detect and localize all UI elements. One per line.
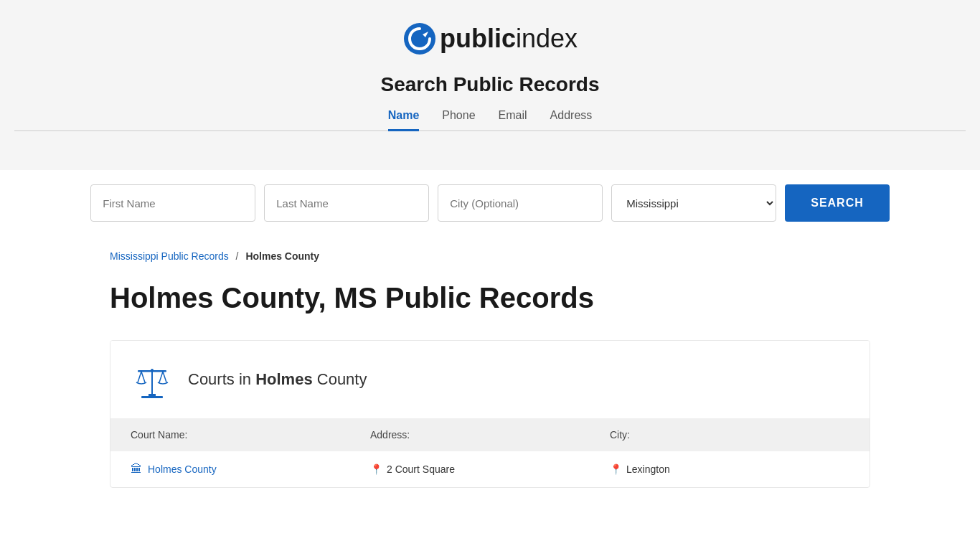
logo-text-index: index <box>516 24 578 54</box>
courts-title-prefix: Courts in <box>188 370 255 388</box>
search-title: Search Public Records <box>14 73 966 96</box>
court-name-link[interactable]: Holmes County <box>148 463 217 475</box>
svg-line-8 <box>163 372 166 382</box>
courts-header: Courts in Holmes County <box>110 341 870 419</box>
svg-rect-2 <box>141 396 163 398</box>
logo-text-public: public <box>440 24 516 54</box>
tab-name[interactable]: Name <box>388 109 420 131</box>
publicindex-logo-icon <box>402 22 437 56</box>
svg-rect-1 <box>149 394 156 396</box>
table-header-row: Court Name: Address: City: <box>110 419 870 451</box>
svg-rect-3 <box>151 371 153 394</box>
svg-line-7 <box>159 372 163 382</box>
search-inputs-row: AlabamaAlaskaArizonaArkansasCaliforniaCo… <box>0 170 980 236</box>
court-city: Lexington <box>626 463 670 475</box>
location-icon: 📍 <box>370 463 382 475</box>
courts-table: Court Name: Address: City: 🏛 Holmes Coun… <box>110 419 870 487</box>
first-name-input[interactable] <box>90 184 255 222</box>
court-address: 2 Court Square <box>387 463 455 475</box>
breadcrumb-current: Holmes County <box>245 250 319 262</box>
breadcrumb-separator: / <box>236 250 239 262</box>
tab-address[interactable]: Address <box>550 109 593 131</box>
breadcrumb: Mississippi Public Records / Holmes Coun… <box>110 250 870 262</box>
search-tabs: Name Phone Email Address <box>14 109 966 131</box>
address-cell: 📍 2 Court Square <box>370 463 610 475</box>
col-header-address: Address: <box>370 429 610 441</box>
city-location-icon: 📍 <box>610 463 622 475</box>
courts-title-bold: Holmes <box>255 370 312 388</box>
col-header-city: City: <box>610 429 849 441</box>
svg-line-6 <box>141 372 145 382</box>
svg-point-9 <box>151 369 154 372</box>
breadcrumb-parent-link[interactable]: Mississippi Public Records <box>110 250 229 262</box>
search-button[interactable]: SEARCH <box>785 184 890 222</box>
main-content: Mississippi Public Records / Holmes Coun… <box>67 236 913 517</box>
courts-scales-icon <box>131 358 174 401</box>
tab-phone[interactable]: Phone <box>442 109 475 131</box>
courts-title: Courts in Holmes County <box>188 370 367 389</box>
tab-email[interactable]: Email <box>499 109 527 131</box>
header-section: publicindex Search Public Records Name P… <box>0 0 980 170</box>
table-row: 🏛 Holmes County 📍 2 Court Square 📍 Lexin… <box>110 451 870 487</box>
city-input[interactable] <box>438 184 603 222</box>
courts-title-suffix: County <box>313 370 367 388</box>
logo-container: publicindex <box>14 22 966 56</box>
court-name-cell: 🏛 Holmes County <box>131 463 370 476</box>
courts-section: Courts in Holmes County Court Name: Addr… <box>110 340 870 488</box>
svg-line-5 <box>138 372 141 382</box>
city-cell: 📍 Lexington <box>610 463 849 475</box>
col-header-court-name: Court Name: <box>131 429 370 441</box>
page-title: Holmes County, MS Public Records <box>110 282 870 314</box>
last-name-input[interactable] <box>264 184 429 222</box>
state-select[interactable]: AlabamaAlaskaArizonaArkansasCaliforniaCo… <box>611 184 776 222</box>
bank-icon: 🏛 <box>131 463 142 476</box>
